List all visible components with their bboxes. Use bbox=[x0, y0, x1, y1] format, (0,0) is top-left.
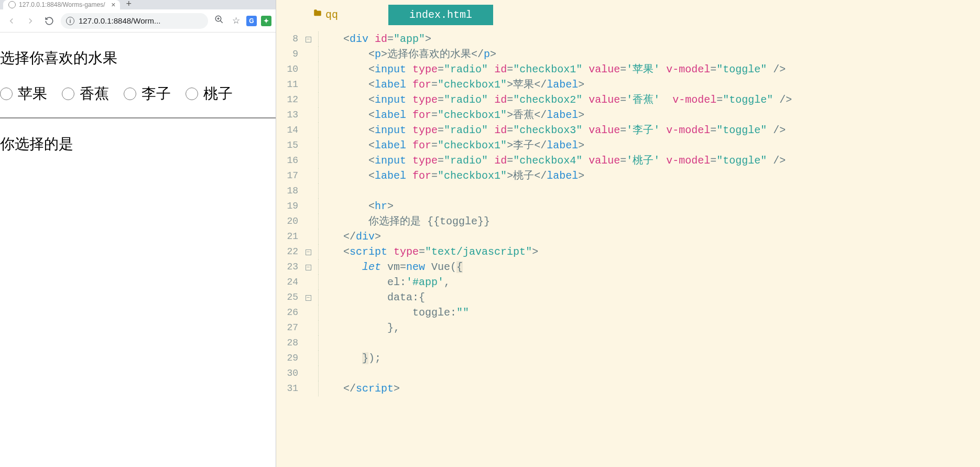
url-text: 127.0.0.1:8848/Worm... bbox=[79, 16, 203, 25]
heading-text: 选择你喜欢的水果 bbox=[0, 48, 276, 68]
option-banana[interactable]: 香蕉 bbox=[62, 84, 109, 104]
radio-options-row: 苹果 香蕉 李子 桃子 bbox=[0, 84, 276, 104]
line-number-gutter: 8910111213141516171819202122232425262728… bbox=[276, 29, 302, 467]
radio-apple[interactable] bbox=[0, 88, 13, 100]
radio-plum[interactable] bbox=[124, 88, 136, 100]
browser-tab[interactable]: 127.0.0.1:8848/Worms-games/ × bbox=[3, 0, 120, 9]
svg-line-3 bbox=[220, 20, 223, 23]
option-label: 香蕉 bbox=[80, 84, 109, 104]
back-button[interactable] bbox=[4, 14, 19, 28]
folder-name: qq bbox=[325, 9, 338, 21]
option-peach[interactable]: 桃子 bbox=[186, 84, 233, 104]
browser-toolbar: i 127.0.0.1:8848/Worm... ☆ G ✦ bbox=[0, 9, 276, 32]
option-label: 苹果 bbox=[18, 84, 47, 104]
tab-title: 127.0.0.1:8848/Worms-games/ bbox=[19, 1, 105, 8]
forward-button[interactable] bbox=[23, 14, 38, 28]
tab-close-icon[interactable]: × bbox=[111, 1, 115, 8]
file-tab-active[interactable]: index.html bbox=[388, 5, 493, 25]
code-area[interactable]: 8910111213141516171819202122232425262728… bbox=[276, 29, 980, 467]
tab-strip: 127.0.0.1:8848/Worms-games/ × + bbox=[0, 0, 276, 9]
radio-banana[interactable] bbox=[62, 88, 74, 100]
reload-button[interactable] bbox=[42, 14, 57, 28]
option-label: 李子 bbox=[141, 84, 171, 104]
file-tab-label: index.html bbox=[409, 9, 472, 21]
site-info-icon[interactable]: i bbox=[66, 17, 74, 25]
option-plum[interactable]: 李子 bbox=[124, 84, 171, 104]
selection-text: 你选择的是 bbox=[0, 134, 276, 154]
translate-extension-icon[interactable]: G bbox=[246, 16, 257, 26]
bookmark-star-icon[interactable]: ☆ bbox=[230, 15, 242, 26]
folder-tab[interactable]: qq bbox=[313, 8, 338, 21]
option-apple[interactable]: 苹果 bbox=[0, 84, 47, 104]
new-tab-button[interactable]: + bbox=[124, 0, 134, 9]
browser-window: 127.0.0.1:8848/Worms-games/ × + i 127.0.… bbox=[0, 0, 276, 467]
code-editor: qq index.html 89101112131415161718192021… bbox=[276, 0, 980, 467]
zoom-icon[interactable] bbox=[212, 15, 226, 27]
address-bar[interactable]: i 127.0.0.1:8848/Worm... bbox=[61, 13, 208, 29]
folder-icon bbox=[313, 8, 322, 21]
editor-tab-bar: qq index.html bbox=[276, 0, 980, 29]
page-body: 选择你喜欢的水果 苹果 香蕉 李子 桃子 你选择的是 bbox=[0, 32, 276, 170]
extension-icon[interactable]: ✦ bbox=[261, 16, 271, 26]
divider bbox=[0, 117, 276, 118]
code-content[interactable]: <div id="app"> <p>选择你喜欢的水果</p> <input ty… bbox=[314, 29, 980, 467]
site-globe-icon bbox=[8, 1, 16, 8]
fold-column[interactable]: − −− − bbox=[302, 29, 314, 467]
radio-peach[interactable] bbox=[186, 88, 198, 100]
option-label: 桃子 bbox=[203, 84, 233, 104]
